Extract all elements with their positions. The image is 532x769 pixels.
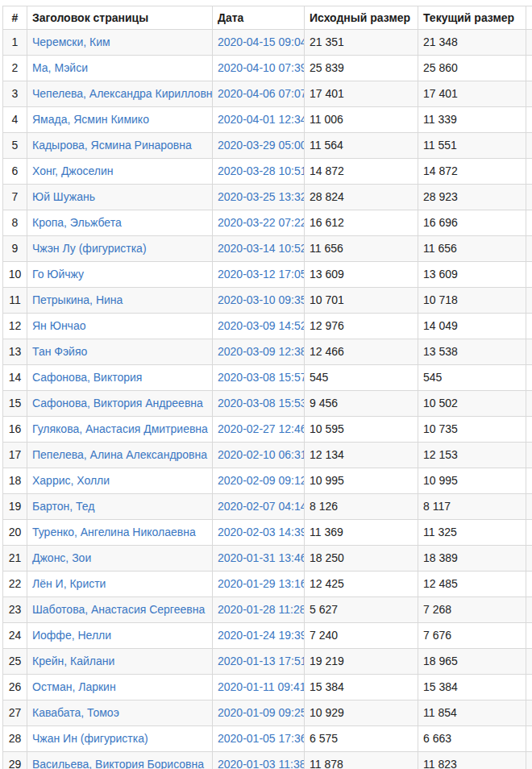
date-link[interactable]: 2020-03-09 12:38 [218, 345, 305, 358]
page-title-link[interactable]: Бартон, Тед [32, 500, 94, 513]
date-link[interactable]: 2020-01-09 09:25 [218, 706, 305, 719]
page-title-link[interactable]: Сафонова, Виктория Андреевна [32, 397, 203, 409]
page-title-link[interactable]: Тан Фэйяо [32, 345, 87, 358]
header-current-size: Текущий размер [418, 6, 526, 30]
current-size-value: 17 401 [418, 81, 526, 107]
extra-clipped-cell [526, 262, 532, 288]
date-link[interactable]: 2020-01-29 13:16 [218, 577, 305, 590]
original-size-value: 8 126 [305, 494, 418, 520]
page-title-link[interactable]: Кавабата, Томоэ [32, 706, 119, 719]
page-title-link[interactable]: Ян Юнчао [32, 319, 85, 332]
current-size-value: 11 339 [418, 107, 526, 133]
date-link[interactable]: 2020-02-03 14:39 [218, 526, 305, 538]
page-title-link[interactable]: Остман, Ларкин [32, 680, 116, 693]
current-size-value: 11 551 [418, 133, 526, 159]
page-title-link[interactable]: Ма, Мэйси [32, 61, 88, 74]
page-title-link[interactable]: Чжэн Лу (фигуристка) [32, 242, 147, 255]
extra-clipped-cell [526, 81, 532, 107]
page-title-link[interactable]: Хонг, Джоселин [32, 164, 114, 177]
row-number: 3 [3, 81, 27, 107]
table-row: 10Го Юйчжу2020-03-12 17:0513 60913 609 [3, 262, 532, 288]
page-title-link[interactable]: Кадырова, Ясмина Ринаровна [32, 139, 192, 152]
table-row: 4Ямада, Ясмин Кимико2020-04-01 12:3411 0… [3, 107, 532, 133]
date-link[interactable]: 2020-04-06 07:07 [218, 87, 305, 100]
page-title-link[interactable]: Кропа, Эльжбета [32, 216, 122, 229]
date-link[interactable]: 2020-01-28 11:28 [218, 603, 305, 616]
table-row: 19Бартон, Тед2020-02-07 04:148 1268 117 [3, 494, 532, 520]
page-viewport: # Заголовок страницы Дата Исходный разме… [0, 0, 532, 769]
date-link[interactable]: 2020-01-03 11:38 [218, 758, 305, 769]
date-link[interactable]: 2020-01-13 17:51 [218, 655, 305, 667]
date-link[interactable]: 2020-03-25 13:32 [218, 190, 305, 203]
page-title-link[interactable]: Шаботова, Анастасия Сергеевна [32, 603, 205, 616]
page-title-link[interactable]: Лён И, Кристи [32, 577, 106, 590]
date-link[interactable]: 2020-03-28 10:51 [218, 164, 305, 177]
table-row: 17Пепелева, Алина Александровна2020-02-1… [3, 443, 532, 468]
page-title-link[interactable]: Иоффе, Нелли [32, 629, 111, 642]
page-title-cell: Остман, Ларкин [27, 675, 213, 700]
page-title-link[interactable]: Крейн, Кайлани [32, 655, 114, 667]
original-size-value: 19 219 [305, 649, 418, 675]
date-cell: 2020-04-06 07:07 [213, 81, 305, 107]
row-number: 1 [3, 30, 27, 56]
date-link[interactable]: 2020-03-08 15:57 [218, 371, 305, 384]
original-size-value: 10 595 [305, 417, 418, 443]
page-title-link[interactable]: Чжан Ин (фигуристка) [32, 732, 148, 745]
original-size-value: 11 564 [305, 133, 418, 159]
original-size-value: 11 369 [305, 520, 418, 546]
page-title-link[interactable]: Петрыкина, Нина [32, 293, 123, 306]
date-link[interactable]: 2020-01-24 19:39 [218, 629, 305, 642]
page-title-link[interactable]: Пепелева, Алина Александровна [32, 448, 207, 461]
page-title-link[interactable]: Ямада, Ясмин Кимико [32, 113, 149, 126]
row-number: 29 [3, 752, 27, 769]
row-number: 14 [3, 365, 27, 391]
date-cell: 2020-03-25 13:32 [213, 185, 305, 210]
table-row: 22Лён И, Кристи2020-01-29 13:1612 42512 … [3, 572, 532, 597]
original-size-value: 13 609 [305, 262, 418, 288]
date-link[interactable]: 2020-03-22 07:22 [218, 216, 305, 229]
date-link[interactable]: 2020-03-12 17:05 [218, 268, 305, 281]
table-row: 2Ма, Мэйси2020-04-10 07:3925 83925 860 [3, 56, 532, 81]
page-title-link[interactable]: Туренко, Ангелина Николаевна [32, 526, 196, 538]
date-link[interactable]: 2020-03-09 14:52 [218, 319, 305, 332]
extra-clipped-cell [526, 494, 532, 520]
date-link[interactable]: 2020-02-09 09:12 [218, 474, 305, 487]
page-title-link[interactable]: Юй Шужань [32, 190, 95, 203]
date-cell: 2020-03-22 07:22 [213, 210, 305, 236]
date-link[interactable]: 2020-01-05 17:36 [218, 732, 305, 745]
row-number: 16 [3, 417, 27, 443]
page-title-link[interactable]: Васильева, Виктория Борисовна [32, 758, 204, 769]
date-link[interactable]: 2020-03-29 05:00 [218, 139, 305, 152]
current-size-value: 14 872 [418, 159, 526, 185]
page-title-link[interactable]: Го Юйчжу [32, 268, 84, 281]
page-title-cell: Юй Шужань [27, 185, 213, 210]
extra-clipped-cell [526, 520, 532, 546]
date-link[interactable]: 2020-04-15 09:04 [218, 35, 305, 48]
date-link[interactable]: 2020-02-07 04:14 [218, 500, 305, 513]
page-title-cell: Шаботова, Анастасия Сергеевна [27, 597, 213, 623]
date-link[interactable]: 2020-04-10 07:39 [218, 61, 305, 74]
table-row: 15Сафонова, Виктория Андреевна2020-03-08… [3, 391, 532, 417]
date-link[interactable]: 2020-04-01 12:34 [218, 113, 305, 126]
date-link[interactable]: 2020-03-10 09:35 [218, 293, 305, 306]
row-number: 2 [3, 56, 27, 81]
page-title-link[interactable]: Харрис, Холли [32, 474, 110, 487]
date-link[interactable]: 2020-01-31 13:46 [218, 551, 305, 564]
date-cell: 2020-01-11 09:41 [213, 675, 305, 700]
date-link[interactable]: 2020-01-11 09:41 [218, 680, 305, 693]
date-cell: 2020-01-24 19:39 [213, 623, 305, 649]
date-link[interactable]: 2020-02-10 06:31 [218, 448, 305, 461]
date-cell: 2020-01-03 11:38 [213, 752, 305, 769]
page-title-link[interactable]: Джонс, Зои [32, 551, 91, 564]
date-link[interactable]: 2020-03-14 10:52 [218, 242, 305, 255]
current-size-value: 10 502 [418, 391, 526, 417]
row-number: 8 [3, 210, 27, 236]
table-row: 18Харрис, Холли2020-02-09 09:1210 99510 … [3, 468, 532, 494]
page-title-link[interactable]: Чепелева, Александра Кирилловна [32, 87, 213, 100]
page-title-link[interactable]: Сафонова, Виктория [32, 371, 142, 384]
date-link[interactable]: 2020-02-27 12:46 [218, 422, 305, 435]
page-title-link[interactable]: Гулякова, Анастасия Дмитриевна [32, 422, 208, 435]
page-title-cell: Го Юйчжу [27, 262, 213, 288]
page-title-link[interactable]: Черемски, Ким [32, 35, 110, 48]
date-link[interactable]: 2020-03-08 15:53 [218, 397, 305, 409]
